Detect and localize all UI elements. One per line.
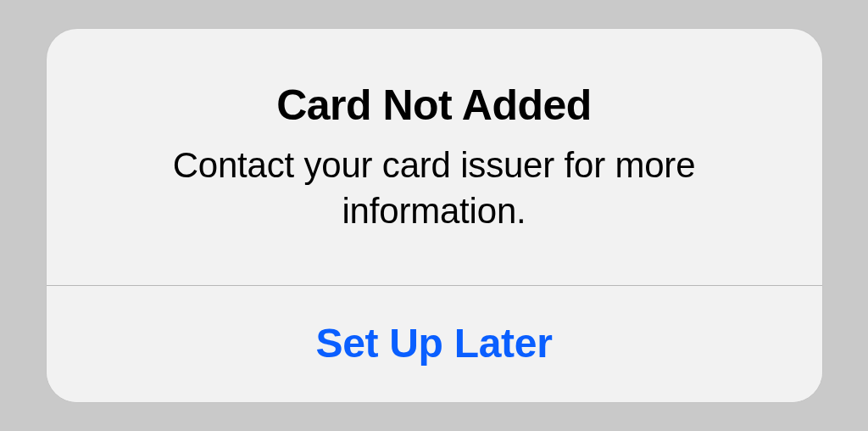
alert-title: Card Not Added [89,80,780,131]
alert-message: Contact your card issuer for more inform… [89,143,780,234]
button-label: Set Up Later [315,321,552,366]
alert-dialog: Card Not Added Contact your card issuer … [47,29,822,402]
set-up-later-button[interactable]: Set Up Later [47,286,822,402]
alert-content: Card Not Added Contact your card issuer … [47,29,822,285]
